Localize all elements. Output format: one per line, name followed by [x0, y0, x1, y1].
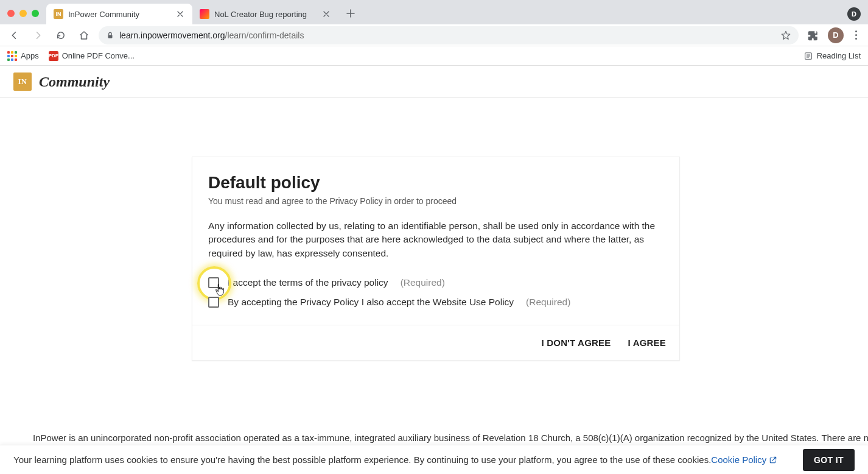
- nav-back-button[interactable]: [6, 27, 23, 44]
- url-path: /learn/confirm-details: [225, 30, 304, 40]
- close-icon: [323, 11, 329, 17]
- reload-icon: [55, 30, 66, 41]
- checkbox-label: By accepting the Privacy Policy I also a…: [228, 297, 514, 308]
- plus-icon: [346, 9, 355, 18]
- svg-rect-0: [108, 35, 113, 38]
- checkbox-label: I accept the terms of the privacy policy: [228, 277, 388, 288]
- home-icon: [79, 30, 89, 41]
- app-logo-text: IN: [18, 77, 27, 87]
- browser-chrome: IN InPower Community NoL Creator Bug rep…: [0, 0, 868, 66]
- external-link-icon: [769, 456, 777, 464]
- tab-title: InPower Community: [68, 10, 170, 19]
- checkbox-row-website-use-policy: By accepting the Privacy Policy I also a…: [208, 297, 663, 308]
- puzzle-icon: [808, 30, 819, 41]
- dot-icon: [855, 38, 857, 40]
- policy-title: Default policy: [208, 173, 663, 193]
- tab-favicon: [200, 9, 209, 19]
- reading-list-label: Reading List: [817, 51, 861, 60]
- required-badge: (Required): [401, 277, 445, 288]
- tab-nol-creator-bug-reporting[interactable]: NoL Creator Bug reporting: [192, 4, 338, 24]
- checkbox-row-privacy-policy: I accept the terms of the privacy policy…: [208, 277, 663, 288]
- dont-agree-button[interactable]: I DON'T AGREE: [539, 334, 614, 352]
- window-controls: [7, 10, 39, 17]
- agree-button[interactable]: I AGREE: [625, 334, 668, 352]
- dot-icon: [855, 30, 857, 32]
- app-logo[interactable]: IN: [13, 73, 32, 91]
- dot-icon: [855, 34, 857, 36]
- tab-close-button[interactable]: [175, 9, 185, 19]
- url-text: learn.inpowermovement.org/learn/confirm-…: [119, 30, 775, 40]
- nav-reload-button[interactable]: [52, 27, 69, 44]
- window-close-button[interactable]: [7, 10, 15, 17]
- policy-subtitle: You must read and agree to the Privacy P…: [208, 196, 663, 206]
- policy-card-footer: I DON'T AGREE I AGREE: [192, 325, 679, 360]
- cookie-link-label: Cookie Policy: [711, 455, 766, 465]
- browser-toolbar: learn.inpowermovement.org/learn/confirm-…: [0, 24, 868, 46]
- cookie-policy-link[interactable]: Cookie Policy: [711, 455, 777, 465]
- policy-checkboxes: I accept the terms of the privacy policy…: [208, 277, 663, 308]
- nav-home-button[interactable]: [75, 27, 93, 44]
- cookie-banner: Your learning platform uses cookies to e…: [0, 445, 868, 474]
- address-bar[interactable]: learn.inpowermovement.org/learn/confirm-…: [99, 26, 799, 44]
- pdf-icon: PDF: [49, 51, 58, 61]
- tab-close-button[interactable]: [321, 9, 331, 19]
- url-host: learn.inpowermovement.org: [119, 30, 225, 40]
- arrow-right-icon: [32, 30, 43, 41]
- page-footer-text: InPower is an unincorporated non-profit …: [0, 431, 868, 445]
- profile-avatar[interactable]: D: [828, 27, 844, 43]
- bookmarks-bar: Apps PDF Online PDF Conve... Reading Lis…: [0, 46, 868, 66]
- new-tab-button[interactable]: [342, 5, 359, 22]
- tab-favicon-text: IN: [56, 11, 61, 17]
- profile-initial: D: [833, 30, 838, 40]
- arrow-left-icon: [9, 30, 20, 41]
- lock-icon: [106, 31, 114, 40]
- close-icon: [177, 11, 183, 17]
- window-zoom-button[interactable]: [32, 10, 39, 17]
- cookie-accept-button[interactable]: GOT IT: [803, 449, 855, 471]
- cookie-banner-text: Your learning platform uses cookies to e…: [13, 455, 777, 465]
- reading-list-button[interactable]: Reading List: [803, 51, 861, 61]
- app-title: Community: [39, 74, 110, 90]
- policy-card-inner: Default policy You must read and agree t…: [192, 157, 679, 325]
- extensions-button[interactable]: [805, 27, 822, 44]
- window-minimize-button[interactable]: [19, 10, 27, 17]
- browser-user-badge[interactable]: D: [847, 7, 861, 21]
- reading-list-icon: [803, 51, 813, 61]
- bookmark-apps[interactable]: Apps: [7, 51, 39, 61]
- policy-card: Default policy You must read and agree t…: [192, 157, 680, 361]
- nav-forward-button[interactable]: [29, 27, 46, 44]
- user-badge-initial: D: [852, 10, 856, 18]
- tab-strip: IN InPower Community NoL Creator Bug rep…: [0, 0, 868, 24]
- checkbox-privacy-policy[interactable]: [208, 277, 219, 288]
- apps-grid-icon: [7, 51, 17, 61]
- bookmark-label: Online PDF Conve...: [62, 51, 135, 60]
- app-header: IN Community: [0, 66, 868, 98]
- checkbox-website-use-policy[interactable]: [208, 297, 219, 308]
- cookie-text-body: Your learning platform uses cookies to e…: [13, 455, 711, 465]
- policy-body-text: Any information collected by us, relatin…: [208, 219, 663, 260]
- bookmark-star-icon[interactable]: [780, 30, 791, 41]
- page-body: Default policy You must read and agree t…: [0, 98, 868, 474]
- bookmark-online-pdf-converter[interactable]: PDF Online PDF Conve...: [49, 51, 135, 61]
- tab-inpower-community[interactable]: IN InPower Community: [46, 4, 192, 24]
- browser-menu-button[interactable]: [850, 30, 862, 40]
- tab-title: NoL Creator Bug reporting: [214, 10, 317, 19]
- bookmark-label: Apps: [21, 51, 39, 60]
- required-badge: (Required): [526, 297, 570, 308]
- tab-favicon: IN: [54, 9, 63, 19]
